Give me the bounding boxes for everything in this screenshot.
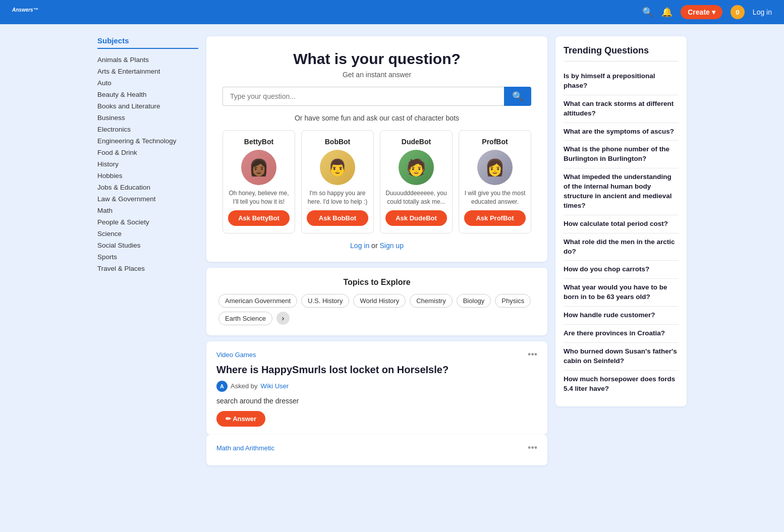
sidebar-item[interactable]: Beauty & Health — [97, 89, 198, 100]
sidebar-item[interactable]: People & Society — [97, 216, 198, 228]
qa-card-header: Video Games ••• — [216, 349, 537, 360]
topic-tag[interactable]: U.S. History — [301, 294, 349, 308]
bot-name: ProfBot — [482, 138, 508, 146]
bot-avatar: 👨 — [320, 150, 355, 185]
search-icon[interactable]: 🔍 — [642, 7, 653, 18]
trending-item[interactable]: How do you chop carrots? — [564, 261, 679, 279]
sidebar-item[interactable]: Arts & Entertainment — [97, 66, 198, 77]
qa-asked-by: A Asked by Wiki User — [216, 381, 537, 392]
sidebar-item[interactable]: Travel & Places — [97, 263, 198, 274]
sidebar-item[interactable]: Social Studies — [97, 240, 198, 251]
answer-button[interactable]: ✏ Answer — [216, 411, 265, 427]
bot-desc: Duuuudddeeeeee, you could totally ask me… — [385, 189, 447, 206]
qa-question: Where is HappySmurls lost locket on Hors… — [216, 364, 537, 376]
topic-tag[interactable]: Physics — [495, 294, 531, 308]
bot-card-profbot: ProfBot 👩 I will give you the most educa… — [459, 130, 531, 233]
sidebar-item[interactable]: Math — [97, 205, 198, 216]
notification-icon[interactable]: 🔔 — [661, 7, 673, 18]
ask-bot-button[interactable]: Ask BobBot — [307, 210, 368, 226]
trending-item[interactable]: How handle rude customer? — [564, 307, 679, 325]
main-content: What is your question? Get an instant an… — [206, 36, 547, 465]
signup-link[interactable]: Sign up — [379, 242, 403, 250]
sidebar-item[interactable]: Hobbies — [97, 170, 198, 182]
sidebar-item[interactable]: Business — [97, 112, 198, 124]
trending-item[interactable]: What role did the men in the arctic do? — [564, 233, 679, 261]
site-logo[interactable]: Answers™ — [12, 6, 642, 19]
qa-options-icon[interactable]: ••• — [528, 443, 537, 453]
login-link[interactable]: Log in — [753, 8, 772, 16]
trending-items: Is by himself a prepositional phase?What… — [564, 68, 679, 397]
search-button[interactable]: 🔍 — [504, 87, 531, 106]
bot-desc: Oh honey, believe me, I'll tell you how … — [228, 189, 290, 206]
qa-category[interactable]: Math and Arithmetic — [216, 444, 274, 452]
topics-card: Topics to Explore American GovernmentU.S… — [206, 268, 547, 335]
bot-name: DudeBot — [402, 138, 431, 146]
trending-item[interactable]: How calculate total period cost? — [564, 215, 679, 233]
ask-bot-button[interactable]: Ask ProfBot — [464, 210, 526, 226]
trending-item[interactable]: What impeded the understanding of the in… — [564, 168, 679, 215]
sidebar-item[interactable]: Animals & Plants — [97, 54, 198, 66]
qa-card-header: Math and Arithmetic ••• — [216, 443, 537, 453]
trending-item[interactable]: Is by himself a prepositional phase? — [564, 68, 679, 95]
topics-title: Topics to Explore — [218, 278, 535, 287]
bot-name: BettyBot — [244, 138, 273, 146]
header-right: 🔍 🔔 Create ▾ 0 Log in — [642, 5, 772, 19]
coins-count: 0 — [736, 9, 739, 16]
ask-bot-button[interactable]: Ask DudeBot — [385, 210, 447, 226]
topics-list: American GovernmentU.S. HistoryWorld His… — [218, 294, 535, 325]
trending-item[interactable]: How much horsepower does fords 5.4 liter… — [564, 371, 679, 398]
search-input[interactable] — [222, 87, 504, 106]
bot-card-bobbot: BobBot 👨 I'm so happy you are here. I'd … — [301, 130, 374, 233]
search-bar: 🔍 — [222, 87, 531, 106]
qa-options-icon[interactable]: ••• — [528, 349, 537, 360]
qa-card: Math and Arithmetic ••• — [206, 435, 547, 465]
trending-item[interactable]: What year would you have to be born in t… — [564, 279, 679, 307]
header: Answers™ 🔍 🔔 Create ▾ 0 Log in — [0, 0, 784, 24]
trending-item[interactable]: Are there provinces in Croatia? — [564, 325, 679, 343]
sidebar-item[interactable]: History — [97, 158, 198, 170]
sidebar-item[interactable]: Food & Drink — [97, 147, 198, 158]
left-sidebar: Subjects Animals & PlantsArts & Entertai… — [97, 36, 198, 465]
question-subtitle: Get an instant answer — [222, 71, 531, 79]
question-card: What is your question? Get an instant an… — [206, 36, 547, 262]
question-title: What is your question? — [222, 50, 531, 68]
bot-card-dudebot: DudeBot 🧑 Duuuudddeeeeee, you could tota… — [380, 130, 453, 233]
qa-cards-container: Video Games ••• Where is HappySmurls los… — [206, 341, 547, 465]
qa-category[interactable]: Video Games — [216, 351, 256, 359]
trending-title: Trending Questions — [564, 45, 679, 62]
wiki-user-link[interactable]: Wiki User — [260, 382, 289, 390]
sidebar-items: Animals & PlantsArts & EntertainmentAuto… — [97, 54, 198, 274]
topic-tag[interactable]: Biology — [457, 294, 491, 308]
logo-tm: ™ — [33, 7, 38, 13]
sidebar-title: Subjects — [97, 36, 198, 49]
topic-tag[interactable]: American Government — [218, 294, 297, 308]
sidebar-item[interactable]: Sports — [97, 251, 198, 263]
sidebar-item[interactable]: Law & Government — [97, 193, 198, 205]
sidebar-item[interactable]: Science — [97, 228, 198, 240]
create-button[interactable]: Create ▾ — [681, 5, 722, 19]
trending-item[interactable]: Who burned down Susan's father's cabin o… — [564, 343, 679, 371]
sidebar-item[interactable]: Electronics — [97, 124, 198, 135]
create-label: Create — [688, 8, 710, 16]
topic-tag[interactable]: Earth Science — [218, 312, 272, 325]
trending-item[interactable]: What can track storms at different altit… — [564, 95, 679, 123]
bot-avatar: 👩🏾 — [241, 150, 276, 185]
bot-name: BobBot — [325, 138, 351, 146]
trending-item[interactable]: What are the symptoms of ascus? — [564, 123, 679, 141]
trending-item[interactable]: What is the phone number of the Burlingt… — [564, 141, 679, 168]
asked-by-avatar: A — [216, 381, 228, 392]
topic-tag[interactable]: Chemistry — [410, 294, 453, 308]
sidebar-item[interactable]: Jobs & Education — [97, 182, 198, 193]
right-sidebar: Trending Questions Is by himself a prepo… — [555, 36, 687, 465]
sidebar-item[interactable]: Auto — [97, 77, 198, 89]
coins-badge[interactable]: 0 — [731, 5, 745, 19]
trending-card: Trending Questions Is by himself a prepo… — [555, 36, 687, 406]
sidebar-item[interactable]: Engineering & Technology — [97, 135, 198, 147]
topic-tag[interactable]: World History — [353, 294, 406, 308]
login-link-inline[interactable]: Log in — [350, 242, 369, 250]
topics-next-arrow[interactable]: › — [276, 312, 290, 325]
page-layout: Subjects Animals & PlantsArts & Entertai… — [89, 24, 695, 478]
sidebar-item[interactable]: Books and Literature — [97, 100, 198, 112]
ask-bot-button[interactable]: Ask BettyBot — [228, 210, 290, 226]
logo-text: Answers — [12, 7, 33, 13]
